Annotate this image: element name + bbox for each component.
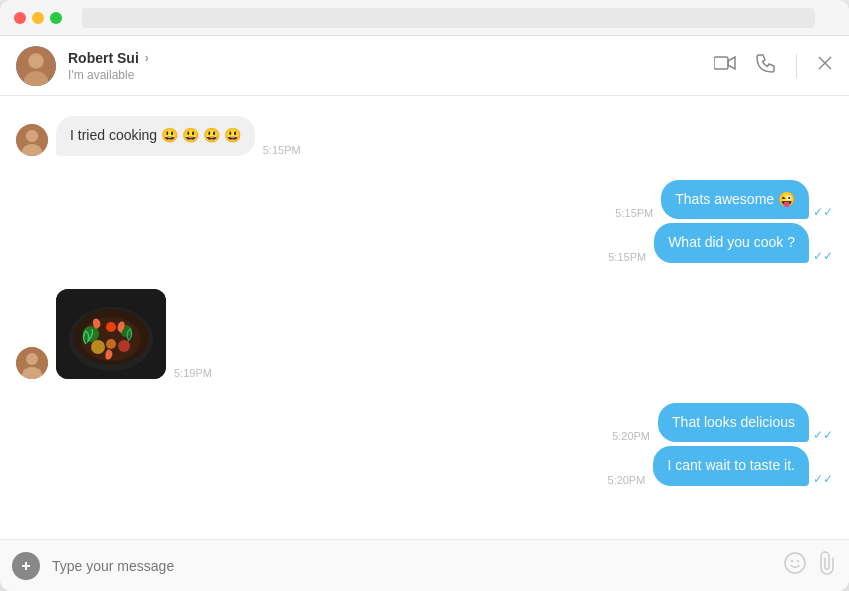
outgoing-group: 5:20PM That looks delicious ✓✓ 5:20PM I …: [16, 403, 833, 490]
message-meta: Thats awesome 😜 ✓✓: [661, 180, 833, 220]
food-image-bubble[interactable]: [56, 289, 166, 379]
contact-info: Robert Sui › I'm available: [68, 50, 714, 82]
header-divider: [796, 54, 797, 78]
message-time: 5:20PM: [607, 474, 645, 486]
message-time: 5:15PM: [615, 207, 653, 219]
svg-point-22: [106, 339, 116, 349]
traffic-lights: [14, 12, 62, 24]
read-receipt-icon: ✓✓: [813, 249, 833, 263]
svg-point-21: [118, 340, 130, 352]
close-chat-button[interactable]: [817, 55, 833, 76]
message-row: 5:15PM Thats awesome 😜 ✓✓: [607, 180, 833, 220]
sender-avatar: [16, 347, 48, 379]
message-time: 5:15PM: [263, 144, 301, 156]
message-row: 5:20PM That looks delicious ✓✓: [604, 403, 833, 443]
message-input[interactable]: [40, 558, 783, 574]
svg-point-11: [26, 353, 38, 365]
message-time: 5:15PM: [608, 251, 646, 263]
read-receipt-icon: ✓✓: [813, 205, 833, 219]
message-bubble: That looks delicious: [658, 403, 809, 443]
message-meta: I cant wait to taste it. ✓✓: [653, 446, 833, 486]
contact-status: I'm available: [68, 68, 714, 82]
message-row: 5:19PM: [16, 289, 833, 379]
svg-point-24: [791, 559, 793, 561]
read-receipt-icon: ✓✓: [813, 472, 833, 486]
minimize-button[interactable]: [32, 12, 44, 24]
input-bar: [0, 539, 849, 591]
message-row: 5:20PM I cant wait to taste it. ✓✓: [599, 446, 833, 486]
message-meta: What did you cook ? ✓✓: [654, 223, 833, 263]
message-time: 5:19PM: [174, 367, 212, 379]
outgoing-group: 5:15PM Thats awesome 😜 ✓✓ 5:15PM What di…: [16, 180, 833, 267]
contact-name: Robert Sui ›: [68, 50, 714, 66]
svg-point-19: [106, 322, 116, 332]
message-bubble: I cant wait to taste it.: [653, 446, 809, 486]
url-bar: [82, 8, 815, 28]
sender-avatar: [16, 124, 48, 156]
chat-header: Robert Sui › I'm available: [0, 36, 849, 96]
svg-point-23: [785, 553, 805, 573]
svg-point-8: [26, 130, 38, 142]
phone-call-button[interactable]: [756, 53, 776, 78]
svg-point-3: [29, 54, 43, 68]
chevron-icon[interactable]: ›: [145, 51, 149, 65]
header-actions: [714, 53, 833, 78]
message-row: I tried cooking 😃 😃 😃 😃 5:15PM: [16, 116, 833, 156]
message-time: 5:20PM: [612, 430, 650, 442]
emoji-button[interactable]: [783, 551, 807, 581]
message-row: 5:15PM What did you cook ? ✓✓: [600, 223, 833, 263]
title-bar: [0, 0, 849, 36]
message-meta: That looks delicious ✓✓: [658, 403, 833, 443]
message-bubble: Thats awesome 😜: [661, 180, 809, 220]
attach-button[interactable]: [817, 551, 837, 580]
contact-avatar: [16, 46, 56, 86]
read-receipt-icon: ✓✓: [813, 428, 833, 442]
close-button[interactable]: [14, 12, 26, 24]
expand-button[interactable]: [12, 552, 40, 580]
message-bubble: I tried cooking 😃 😃 😃 😃: [56, 116, 255, 156]
maximize-button[interactable]: [50, 12, 62, 24]
chat-window: Robert Sui › I'm available: [0, 0, 849, 591]
chat-area: I tried cooking 😃 😃 😃 😃 5:15PM 5:15PM Th…: [0, 96, 849, 539]
svg-point-25: [797, 559, 799, 561]
svg-rect-4: [714, 57, 728, 69]
video-call-button[interactable]: [714, 55, 736, 76]
svg-point-20: [91, 340, 105, 354]
message-bubble: What did you cook ?: [654, 223, 809, 263]
food-image: [56, 289, 166, 379]
